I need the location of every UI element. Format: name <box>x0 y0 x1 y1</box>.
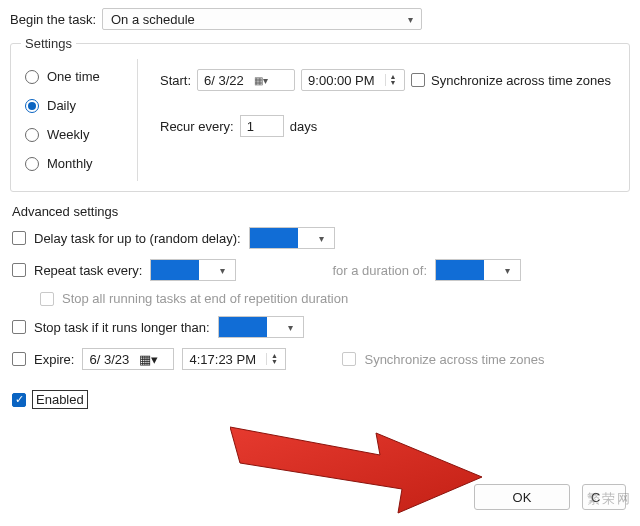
expire-sync-checkbox <box>342 352 356 366</box>
expire-label: Expire: <box>34 352 74 367</box>
recur-unit-label: days <box>290 119 317 134</box>
stop-longer-combo[interactable]: ▾ <box>218 316 304 338</box>
start-date-value: 6/ 3/22 <box>204 73 244 88</box>
start-date-picker[interactable]: 6/ 3/22 ▦▾ <box>197 69 295 91</box>
radio-weekly-label: Weekly <box>47 127 89 142</box>
radio-daily[interactable] <box>25 99 39 113</box>
vertical-divider <box>137 59 138 181</box>
repeat-label: Repeat task every: <box>34 263 142 278</box>
expire-time-picker[interactable]: 4:17:23 PM ▲▼ <box>182 348 286 370</box>
expire-date-value: 6/ 3/23 <box>89 352 129 367</box>
cancel-button[interactable]: C <box>582 484 626 510</box>
sync-timezones-checkbox[interactable] <box>411 73 425 87</box>
ok-button-label: OK <box>513 490 532 505</box>
recur-value-input[interactable]: 1 <box>240 115 284 137</box>
advanced-settings-title: Advanced settings <box>12 204 630 219</box>
sync-timezones-label: Synchronize across time zones <box>431 73 611 88</box>
selected-fill <box>436 260 484 280</box>
chevron-down-icon: ▾ <box>216 265 229 276</box>
chevron-down-icon: ▾ <box>408 14 413 25</box>
begin-task-combo[interactable]: On a schedule ▾ <box>102 8 422 30</box>
stop-longer-checkbox[interactable] <box>12 320 26 334</box>
expire-checkbox[interactable] <box>12 352 26 366</box>
stop-longer-label: Stop task if it runs longer than: <box>34 320 210 335</box>
start-label: Start: <box>160 73 191 88</box>
radio-weekly[interactable] <box>25 128 39 142</box>
enabled-label: Enabled <box>32 390 88 409</box>
calendar-icon: ▦▾ <box>139 352 158 367</box>
radio-monthly[interactable] <box>25 157 39 171</box>
stop-repeat-checkbox <box>40 292 54 306</box>
delay-checkbox[interactable] <box>12 231 26 245</box>
ok-button[interactable]: OK <box>474 484 570 510</box>
svg-marker-0 <box>230 427 482 513</box>
delay-value-combo[interactable]: ▾ <box>249 227 335 249</box>
repeat-checkbox[interactable] <box>12 263 26 277</box>
repeat-value-combo[interactable]: ▾ <box>150 259 236 281</box>
stop-repeat-label: Stop all running tasks at end of repetit… <box>62 291 348 306</box>
enabled-checkbox[interactable] <box>12 393 26 407</box>
chevron-down-icon: ▾ <box>315 233 328 244</box>
selected-fill <box>151 260 199 280</box>
annotation-arrow <box>230 405 490 515</box>
selected-fill <box>250 228 298 248</box>
chevron-down-icon: ▾ <box>501 265 514 276</box>
for-duration-label: for a duration of: <box>332 263 427 278</box>
chevron-down-icon: ▾ <box>284 322 297 333</box>
spinner-icon: ▲▼ <box>385 74 397 86</box>
begin-task-label: Begin the task: <box>10 12 96 27</box>
settings-legend: Settings <box>21 36 76 51</box>
expire-date-picker[interactable]: 6/ 3/23 ▦▾ <box>82 348 174 370</box>
start-time-picker[interactable]: 9:00:00 PM ▲▼ <box>301 69 405 91</box>
radio-one-time-label: One time <box>47 69 100 84</box>
settings-group: Settings One time Daily Weekly Monthly <box>10 36 630 192</box>
radio-one-time[interactable] <box>25 70 39 84</box>
start-time-value: 9:00:00 PM <box>308 73 375 88</box>
begin-task-value: On a schedule <box>111 12 195 27</box>
radio-monthly-label: Monthly <box>47 156 93 171</box>
selected-fill <box>219 317 267 337</box>
recur-value: 1 <box>247 119 254 134</box>
recur-label: Recur every: <box>160 119 234 134</box>
duration-value-combo[interactable]: ▾ <box>435 259 521 281</box>
expire-time-value: 4:17:23 PM <box>189 352 256 367</box>
spinner-icon: ▲▼ <box>266 353 278 365</box>
delay-label: Delay task for up to (random delay): <box>34 231 241 246</box>
calendar-icon: ▦▾ <box>254 75 268 86</box>
expire-sync-label: Synchronize across time zones <box>364 352 544 367</box>
radio-daily-label: Daily <box>47 98 76 113</box>
cancel-button-label: C <box>591 490 600 505</box>
